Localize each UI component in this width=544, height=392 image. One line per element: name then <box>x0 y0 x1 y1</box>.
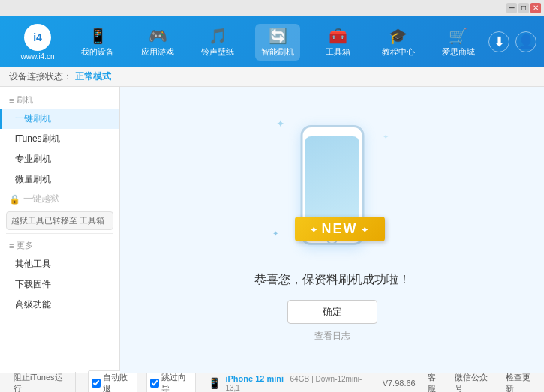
check-update-link[interactable]: 检查更新 <box>506 372 536 393</box>
ringtones-icon: 🎵 <box>209 27 227 45</box>
status-value: 正常模式 <box>75 70 111 83</box>
smart-flash-label: 智能刷机 <box>261 46 294 58</box>
auto-close-checkbox[interactable]: 自动敗退 <box>88 370 137 393</box>
nav-smart-flash[interactable]: 🔄 智能刷机 <box>255 24 300 61</box>
version-text: V7.98.66 <box>383 379 416 388</box>
sidebar-section-flash: ≡ 刷机 <box>0 91 119 109</box>
nav-tutorial[interactable]: 🎓 教程中心 <box>376 27 421 58</box>
sidebar-locked-jailbreak: 🔒 一键越狱 <box>0 190 119 208</box>
status-label: 设备连接状态： <box>9 70 72 83</box>
auto-close-label: 自动敗退 <box>103 372 134 393</box>
store-icon: 🛒 <box>449 27 467 45</box>
skip-wizard-input[interactable] <box>150 379 159 388</box>
sparkle-2: ✦ <box>383 133 389 141</box>
bottom-right: V7.98.66 客服 微信公众号 检查更新 <box>383 372 536 393</box>
device-phone-icon: 📱 <box>208 377 221 389</box>
tutorial-label: 教程中心 <box>382 46 415 58</box>
sidebar-item-other-tools[interactable]: 其他工具 <box>0 254 119 274</box>
logo-area: i4 www.i4.cn <box>8 24 68 61</box>
success-message: 恭喜您，保资料刷机成功啦！ <box>254 272 410 288</box>
sparkle-1: ✦ <box>276 118 285 130</box>
download-button[interactable]: ⬇ <box>488 31 509 52</box>
logo-url: www.i4.cn <box>20 52 54 61</box>
device-details: iPhone 12 mini | 64GB | Down-12mini-13,1 <box>225 374 370 392</box>
apps-games-icon: 🎮 <box>149 27 167 45</box>
header: i4 www.i4.cn 📱 我的设备 🎮 应用游戏 🎵 铃声壁纸 🔄 智能刷机… <box>0 16 544 67</box>
view-log-link[interactable]: 查看日志 <box>314 330 350 343</box>
tutorial-icon: 🎓 <box>389 27 407 45</box>
skip-wizard-label: 跳过向导 <box>161 372 192 393</box>
device-storage: | 64GB <box>286 375 309 383</box>
smart-flash-icon: 🔄 <box>269 27 287 45</box>
nav-toolbox[interactable]: 🧰 工具箱 <box>316 27 361 58</box>
nav-store[interactable]: 🛒 爱思商城 <box>436 27 481 58</box>
device-name: iPhone 12 mini <box>225 374 284 383</box>
sidebar-divider <box>6 233 113 234</box>
sidebar-item-pro-flash[interactable]: 专业刷机 <box>0 149 119 169</box>
sidebar-item-micro-flash[interactable]: 微量刷机 <box>0 169 119 190</box>
ringtones-label: 铃声壁纸 <box>201 46 234 58</box>
sidebar: ≡ 刷机 一键刷机 iTunes刷机 专业刷机 微量刷机 🔒 一键越狱 越狱工具… <box>0 87 120 373</box>
sidebar-section-more: ≡ 更多 <box>0 237 119 254</box>
main-layout: ≡ 刷机 一键刷机 iTunes刷机 专业刷机 微量刷机 🔒 一键越狱 越狱工具… <box>0 87 544 373</box>
toolbox-icon: 🧰 <box>329 27 347 45</box>
title-bar: ─ □ ✕ <box>0 0 544 16</box>
customer-service-link[interactable]: 客服 <box>428 372 443 393</box>
sidebar-item-one-click-flash[interactable]: 一键刷机 <box>0 109 119 129</box>
my-device-icon: 📱 <box>89 27 107 45</box>
wechat-link[interactable]: 微信公众号 <box>455 372 494 393</box>
nav-apps-games[interactable]: 🎮 应用游戏 <box>135 27 180 58</box>
maximize-button[interactable]: □ <box>518 3 529 13</box>
sidebar-item-advanced[interactable]: 高级功能 <box>0 295 119 315</box>
store-label: 爱思商城 <box>442 46 475 58</box>
sidebar-info-box: 越狱工具已转移至 工具箱 <box>6 211 113 230</box>
itunes-run-status: 阻止iTunes运行 <box>8 372 76 393</box>
sparkle-3: ✦ <box>272 229 278 238</box>
nav-my-device[interactable]: 📱 我的设备 <box>75 27 120 58</box>
sidebar-item-itunes-flash[interactable]: iTunes刷机 <box>0 129 119 149</box>
skip-wizard-checkbox[interactable]: 跳过向导 <box>146 370 196 393</box>
toolbox-label: 工具箱 <box>326 46 350 58</box>
logo-icon: i4 <box>24 24 51 51</box>
nav-bar: 📱 我的设备 🎮 应用游戏 🎵 铃声壁纸 🔄 智能刷机 🧰 工具箱 🎓 教程中心… <box>68 24 488 61</box>
apps-games-label: 应用游戏 <box>141 46 174 58</box>
bottom-device-info: 📱 iPhone 12 mini | 64GB | Down-12mini-13… <box>208 374 370 392</box>
header-right: ⬇ 👤 <box>488 31 536 52</box>
minimize-button[interactable]: ─ <box>506 3 517 13</box>
close-button[interactable]: ✕ <box>530 3 541 13</box>
sidebar-item-download-firmware[interactable]: 下载固件 <box>0 274 119 295</box>
bottom-bar: 阻止iTunes运行 自动敗退 跳过向导 📱 iPhone 12 mini | … <box>0 373 544 392</box>
new-badge: NEW <box>295 217 385 241</box>
nav-ringtones[interactable]: 🎵 铃声壁纸 <box>195 27 240 58</box>
my-device-label: 我的设备 <box>81 46 114 58</box>
status-bar: 设备连接状态： 正常模式 <box>0 67 544 87</box>
content-area: ✦ ✦ ✦ NEW 恭喜您，保资料刷机成功啦！ 确定 查看日志 <box>120 87 544 373</box>
user-button[interactable]: 👤 <box>515 31 536 52</box>
phone-illustration: ✦ ✦ ✦ NEW <box>272 118 392 260</box>
auto-close-input[interactable] <box>92 379 101 388</box>
confirm-button[interactable]: 确定 <box>287 300 377 324</box>
checkbox-group: 自动敗退 跳过向导 <box>88 370 197 393</box>
